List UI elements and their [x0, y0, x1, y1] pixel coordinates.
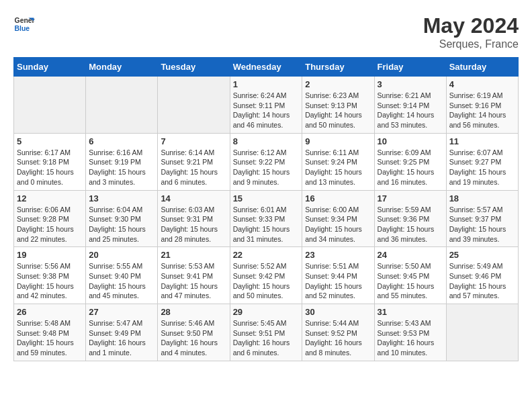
calendar-table: SundayMondayTuesdayWednesdayThursdayFrid… [13, 57, 519, 361]
calendar-cell: 21Sunrise: 5:53 AM Sunset: 9:41 PM Dayli… [158, 247, 230, 304]
day-info: Sunrise: 6:00 AM Sunset: 9:34 PM Dayligh… [305, 205, 371, 244]
day-info: Sunrise: 5:46 AM Sunset: 9:50 PM Dayligh… [161, 318, 226, 358]
day-info: Sunrise: 5:56 AM Sunset: 9:38 PM Dayligh… [17, 261, 83, 301]
day-info: Sunrise: 5:49 AM Sunset: 9:46 PM Dayligh… [449, 261, 515, 301]
day-number: 14 [161, 193, 226, 203]
day-number: 3 [378, 79, 443, 89]
header-wednesday: Wednesday [230, 58, 302, 77]
day-info: Sunrise: 6:07 AM Sunset: 9:27 PM Dayligh… [449, 148, 515, 187]
calendar-cell [446, 304, 518, 361]
day-number: 12 [17, 193, 83, 203]
title-block: May 2024 Serques, France [423, 13, 519, 50]
week-row-5: 26Sunrise: 5:48 AM Sunset: 9:48 PM Dayli… [14, 304, 519, 361]
day-info: Sunrise: 6:19 AM Sunset: 9:16 PM Dayligh… [449, 91, 515, 130]
header-tuesday: Tuesday [158, 58, 230, 77]
day-info: Sunrise: 6:12 AM Sunset: 9:22 PM Dayligh… [233, 148, 300, 187]
day-info: Sunrise: 6:11 AM Sunset: 9:24 PM Dayligh… [305, 148, 371, 187]
day-number: 28 [161, 307, 226, 317]
calendar-cell: 7Sunrise: 6:14 AM Sunset: 9:21 PM Daylig… [158, 133, 230, 190]
day-info: Sunrise: 5:57 AM Sunset: 9:37 PM Dayligh… [449, 205, 515, 244]
calendar-cell: 16Sunrise: 6:00 AM Sunset: 9:34 PM Dayli… [302, 190, 374, 247]
calendar-cell: 15Sunrise: 6:01 AM Sunset: 9:33 PM Dayli… [230, 190, 302, 247]
day-number: 25 [449, 250, 515, 260]
day-info: Sunrise: 5:44 AM Sunset: 9:52 PM Dayligh… [305, 318, 371, 358]
day-number: 21 [161, 250, 226, 260]
day-info: Sunrise: 5:52 AM Sunset: 9:42 PM Dayligh… [233, 261, 300, 301]
day-info: Sunrise: 6:14 AM Sunset: 9:21 PM Dayligh… [161, 148, 226, 187]
day-info: Sunrise: 6:16 AM Sunset: 9:19 PM Dayligh… [89, 148, 154, 187]
calendar-cell: 30Sunrise: 5:44 AM Sunset: 9:52 PM Dayli… [302, 304, 374, 361]
calendar-cell [14, 77, 86, 134]
week-row-3: 12Sunrise: 6:06 AM Sunset: 9:28 PM Dayli… [14, 190, 519, 247]
location-subtitle: Serques, France [423, 38, 519, 50]
day-number: 1 [233, 79, 300, 89]
day-info: Sunrise: 6:23 AM Sunset: 9:13 PM Dayligh… [305, 91, 371, 130]
day-number: 27 [89, 307, 154, 317]
day-number: 4 [449, 79, 515, 89]
calendar-cell: 19Sunrise: 5:56 AM Sunset: 9:38 PM Dayli… [14, 247, 86, 304]
day-number: 5 [17, 136, 83, 146]
day-number: 18 [449, 193, 515, 203]
calendar-cell: 3Sunrise: 6:21 AM Sunset: 9:14 PM Daylig… [374, 77, 446, 134]
day-info: Sunrise: 6:21 AM Sunset: 9:14 PM Dayligh… [378, 91, 443, 130]
day-number: 30 [305, 307, 371, 317]
header-saturday: Saturday [446, 58, 518, 77]
day-number: 20 [89, 250, 154, 260]
day-number: 23 [305, 250, 371, 260]
day-number: 15 [233, 193, 300, 203]
day-info: Sunrise: 5:51 AM Sunset: 9:44 PM Dayligh… [305, 261, 371, 301]
calendar-cell: 1Sunrise: 6:24 AM Sunset: 9:11 PM Daylig… [230, 77, 302, 134]
day-number: 31 [378, 307, 443, 317]
calendar-cell: 4Sunrise: 6:19 AM Sunset: 9:16 PM Daylig… [446, 77, 518, 134]
day-number: 29 [233, 307, 300, 317]
calendar-cell: 20Sunrise: 5:55 AM Sunset: 9:40 PM Dayli… [86, 247, 158, 304]
calendar-cell [86, 77, 158, 134]
day-info: Sunrise: 6:04 AM Sunset: 9:30 PM Dayligh… [89, 205, 154, 244]
calendar-cell: 26Sunrise: 5:48 AM Sunset: 9:48 PM Dayli… [14, 304, 86, 361]
calendar-cell: 22Sunrise: 5:52 AM Sunset: 9:42 PM Dayli… [230, 247, 302, 304]
day-info: Sunrise: 5:59 AM Sunset: 9:36 PM Dayligh… [378, 205, 443, 244]
calendar-cell: 9Sunrise: 6:11 AM Sunset: 9:24 PM Daylig… [302, 133, 374, 190]
calendar-cell: 13Sunrise: 6:04 AM Sunset: 9:30 PM Dayli… [86, 190, 158, 247]
day-info: Sunrise: 5:55 AM Sunset: 9:40 PM Dayligh… [89, 261, 154, 301]
day-number: 17 [378, 193, 443, 203]
calendar-cell: 25Sunrise: 5:49 AM Sunset: 9:46 PM Dayli… [446, 247, 518, 304]
calendar-cell: 11Sunrise: 6:07 AM Sunset: 9:27 PM Dayli… [446, 133, 518, 190]
day-number: 10 [378, 136, 443, 146]
day-number: 6 [89, 136, 154, 146]
calendar-cell: 2Sunrise: 6:23 AM Sunset: 9:13 PM Daylig… [302, 77, 374, 134]
calendar-cell: 17Sunrise: 5:59 AM Sunset: 9:36 PM Dayli… [374, 190, 446, 247]
calendar-cell: 28Sunrise: 5:46 AM Sunset: 9:50 PM Dayli… [158, 304, 230, 361]
calendar-header-row: SundayMondayTuesdayWednesdayThursdayFrid… [14, 58, 519, 77]
day-number: 11 [449, 136, 515, 146]
calendar-cell: 23Sunrise: 5:51 AM Sunset: 9:44 PM Dayli… [302, 247, 374, 304]
day-info: Sunrise: 5:45 AM Sunset: 9:51 PM Dayligh… [233, 318, 300, 358]
calendar-cell: 31Sunrise: 5:43 AM Sunset: 9:53 PM Dayli… [374, 304, 446, 361]
day-number: 22 [233, 250, 300, 260]
page-header: General Blue May 2024 Serques, France [13, 13, 519, 50]
calendar-cell [158, 77, 230, 134]
day-info: Sunrise: 6:09 AM Sunset: 9:25 PM Dayligh… [378, 148, 443, 187]
week-row-2: 5Sunrise: 6:17 AM Sunset: 9:18 PM Daylig… [14, 133, 519, 190]
day-number: 26 [17, 307, 83, 317]
day-number: 2 [305, 79, 371, 89]
header-friday: Friday [374, 58, 446, 77]
header-thursday: Thursday [302, 58, 374, 77]
day-number: 7 [161, 136, 226, 146]
calendar-cell: 27Sunrise: 5:47 AM Sunset: 9:49 PM Dayli… [86, 304, 158, 361]
calendar-cell: 6Sunrise: 6:16 AM Sunset: 9:19 PM Daylig… [86, 133, 158, 190]
logo: General Blue [13, 13, 35, 35]
calendar-cell: 24Sunrise: 5:50 AM Sunset: 9:45 PM Dayli… [374, 247, 446, 304]
day-info: Sunrise: 6:17 AM Sunset: 9:18 PM Dayligh… [17, 148, 83, 187]
day-number: 13 [89, 193, 154, 203]
week-row-1: 1Sunrise: 6:24 AM Sunset: 9:11 PM Daylig… [14, 77, 519, 134]
header-sunday: Sunday [14, 58, 86, 77]
logo-icon: General Blue [13, 13, 35, 35]
svg-text:Blue: Blue [15, 25, 30, 32]
day-number: 24 [378, 250, 443, 260]
day-info: Sunrise: 5:48 AM Sunset: 9:48 PM Dayligh… [17, 318, 83, 358]
day-number: 19 [17, 250, 83, 260]
day-info: Sunrise: 5:53 AM Sunset: 9:41 PM Dayligh… [161, 261, 226, 301]
calendar-cell: 5Sunrise: 6:17 AM Sunset: 9:18 PM Daylig… [14, 133, 86, 190]
day-number: 16 [305, 193, 371, 203]
